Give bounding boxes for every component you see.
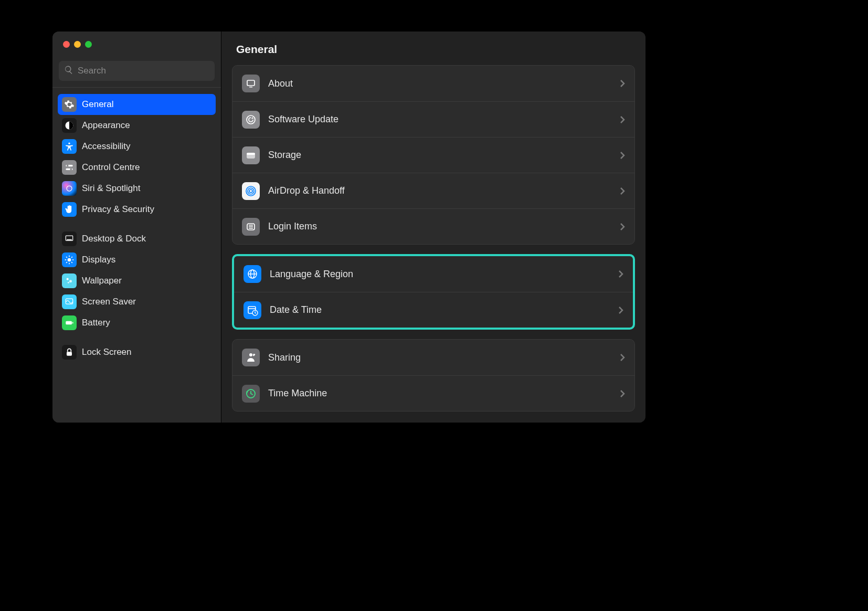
about-icon [242,75,260,92]
displays-icon [62,252,77,267]
sidebar-item-privacy-security[interactable]: Privacy & Security [58,199,216,220]
settings-window: General Appearance Accessibility Control… [52,31,645,423]
row-label: Login Items [268,221,620,232]
row-label: Storage [268,150,620,161]
svg-line-17 [71,257,72,258]
chevron-right-icon [618,270,623,278]
battery-icon [62,315,77,330]
sidebar-item-wallpaper[interactable]: Wallpaper [58,270,216,291]
row-sharing[interactable]: Sharing [232,340,634,375]
row-label: Language & Region [270,269,618,280]
settings-group: About Software Update Storage [232,65,635,245]
zoom-button[interactable] [85,41,92,48]
svg-rect-24 [67,352,72,356]
control-centre-icon [62,160,77,175]
page-title: General [221,31,645,65]
software-update-icon [242,111,260,129]
svg-point-5 [70,168,72,170]
sidebar-item-label: Displays [82,255,115,265]
svg-rect-25 [247,80,255,86]
row-airdrop-handoff[interactable]: AirDrop & Handoff [232,173,634,208]
sidebar-separator [58,333,216,342]
sidebar-item-label: Screen Saver [82,297,136,307]
time-machine-icon [242,385,260,403]
airdrop-icon [242,182,260,200]
search-input[interactable] [78,66,209,76]
sidebar-item-label: Battery [82,318,110,328]
close-button[interactable] [63,41,70,48]
sidebar-item-label: Wallpaper [82,276,122,286]
row-label: AirDrop & Handoff [268,185,620,196]
row-storage[interactable]: Storage [232,137,634,173]
gear-icon [62,97,77,112]
sidebar-item-displays[interactable]: Displays [58,249,216,270]
chevron-right-icon [620,389,625,398]
row-date-time[interactable]: Date & Time [234,292,633,328]
sidebar-item-general[interactable]: General [58,94,216,115]
sidebar-item-label: Desktop & Dock [82,234,146,244]
sharing-icon [242,349,260,366]
sidebar-item-lock-screen[interactable]: Lock Screen [58,342,216,363]
svg-point-20 [68,282,69,283]
sidebar-item-accessibility[interactable]: Accessibility [58,136,216,157]
row-label: Time Machine [268,388,620,399]
sidebar-item-battery[interactable]: Battery [58,312,216,333]
chevron-right-icon [620,223,625,231]
row-label: Date & Time [270,304,618,315]
svg-line-16 [66,262,67,263]
svg-point-6 [67,186,72,191]
sidebar-item-desktop-dock[interactable]: Desktop & Dock [58,228,216,249]
sidebar-item-label: Control Centre [82,162,140,173]
sidebar-item-appearance[interactable]: Appearance [58,115,216,136]
minimize-button[interactable] [74,41,81,48]
sidebar-item-label: Siri & Spotlight [82,183,141,194]
hand-icon [62,202,77,217]
chevron-right-icon [620,151,625,160]
sidebar-divider [52,87,221,88]
svg-point-1 [68,143,70,144]
search-wrap [52,55,221,85]
siri-icon [62,181,77,196]
svg-rect-26 [249,87,252,88]
row-about[interactable]: About [232,66,634,101]
svg-rect-30 [247,153,255,155]
sidebar-item-label: Accessibility [82,141,131,152]
svg-point-19 [69,280,72,282]
chevron-right-icon [620,115,625,124]
svg-rect-8 [67,239,72,240]
sidebar-item-screen-saver[interactable]: Screen Saver [58,291,216,312]
sidebar: General Appearance Accessibility Control… [52,31,221,423]
row-language-region[interactable]: Language & Region [234,256,633,292]
appearance-icon [62,118,77,133]
row-software-update[interactable]: Software Update [232,101,634,137]
svg-point-9 [68,258,71,262]
row-time-machine[interactable]: Time Machine [232,375,634,411]
chevron-right-icon [620,79,625,88]
sidebar-item-control-centre[interactable]: Control Centre [58,157,216,178]
screen-saver-icon [62,294,77,309]
accessibility-icon [62,139,77,154]
language-icon [244,265,261,283]
settings-group: Sharing Time Machine [232,339,635,412]
main-content: General About Software Update [221,31,645,423]
svg-rect-22 [66,321,72,325]
row-login-items[interactable]: Login Items [232,208,634,244]
svg-point-4 [67,165,69,167]
svg-line-14 [66,257,67,258]
svg-point-27 [247,115,255,124]
sidebar-item-label: Lock Screen [82,347,132,357]
date-time-icon [244,301,261,319]
sidebar-separator [58,220,216,228]
svg-rect-23 [72,322,73,323]
search-icon [64,65,73,77]
chevron-right-icon [620,187,625,195]
sidebar-item-siri-spotlight[interactable]: Siri & Spotlight [58,178,216,199]
search-field[interactable] [59,61,215,81]
row-label: Sharing [268,352,620,363]
sidebar-item-label: Appearance [82,120,130,131]
svg-point-32 [248,188,254,194]
sidebar-nav: General Appearance Accessibility Control… [52,91,221,423]
window-controls [52,31,221,55]
row-label: Software Update [268,114,620,125]
wallpaper-icon [62,273,77,288]
